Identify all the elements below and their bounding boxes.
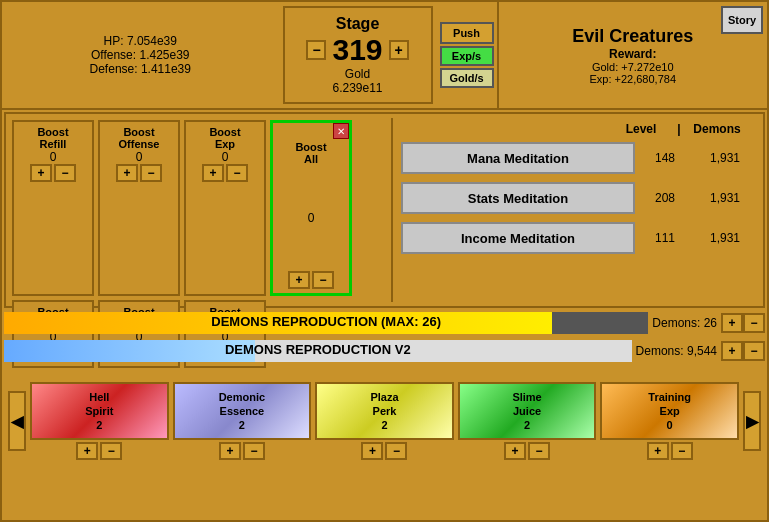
level-col-header: Level: [611, 122, 671, 136]
hell-spirit-card: HellSpirit2: [30, 382, 169, 440]
repro-1-plus[interactable]: +: [721, 313, 743, 333]
boost-refill-card: BoostRefill 0 + −: [12, 120, 94, 296]
reproduction-bar-1: DEMONS REPRODUCTION (MAX: 26) Demons: 26…: [4, 310, 765, 336]
boost-all-value: 0: [308, 211, 315, 225]
slime-juice-plus[interactable]: +: [504, 442, 526, 460]
stats-block: HP: 7.054e39 Offense: 1.425e39 Defense: …: [2, 2, 279, 108]
demon-training-exp: TrainingExp0 + −: [600, 382, 739, 460]
repro-2-plus[interactable]: +: [721, 341, 743, 361]
boost-exp-minus[interactable]: −: [226, 164, 248, 182]
divider-col: |: [671, 122, 687, 136]
income-meditation-button[interactable]: Income Meditation: [401, 222, 635, 254]
slime-juice-card: SlimeJuice2: [458, 382, 597, 440]
training-exp-plus[interactable]: +: [647, 442, 669, 460]
boost-refill-value: 0: [50, 150, 57, 164]
plaza-perk-label: PlazaPerk2: [370, 390, 398, 433]
stats-meditation-demons: 1,931: [695, 191, 755, 205]
boost-all-label: BoostAll: [295, 141, 326, 165]
reward-title: Reward:: [609, 47, 656, 61]
meditation-panel: Level | Demons Mana Meditation 148 1,931…: [393, 114, 763, 306]
hell-spirit-label: HellSpirit2: [85, 390, 113, 433]
boost-exp-label: BoostExp: [209, 126, 240, 150]
income-meditation-demons: 1,931: [695, 231, 755, 245]
gold-s-button[interactable]: Gold/s: [440, 68, 494, 88]
exp-reward: Exp: +22,680,784: [589, 73, 676, 85]
boost-offense-label: BoostOffense: [119, 126, 160, 150]
gold-label: Gold: [345, 67, 370, 81]
plaza-perk-plus[interactable]: +: [361, 442, 383, 460]
boost-refill-plus[interactable]: +: [30, 164, 52, 182]
stage-number: 319: [332, 33, 382, 67]
hp-stat: HP: 7.054e39: [104, 34, 177, 48]
slime-juice-minus[interactable]: −: [528, 442, 550, 460]
hell-spirit-minus[interactable]: −: [100, 442, 122, 460]
hell-spirit-plus[interactable]: +: [76, 442, 98, 460]
demons-col-header: Demons: [687, 122, 747, 136]
demonic-essence-label: DemonicEssence2: [219, 390, 265, 433]
repro-1-minus[interactable]: −: [743, 313, 765, 333]
reproduction-bar-2: DEMONS REPRODUCTION V2 Demons: 9,544 + −: [4, 338, 765, 364]
stats-meditation-button[interactable]: Stats Meditation: [401, 182, 635, 214]
offense-stat: Offense: 1.425e39: [91, 48, 190, 62]
demonic-essence-card: DemonicEssence2: [173, 382, 312, 440]
boost-all-plus[interactable]: +: [288, 271, 310, 289]
demon-nav-left[interactable]: ◀: [8, 391, 26, 451]
demonic-essence-minus[interactable]: −: [243, 442, 265, 460]
demon-plaza-perk: PlazaPerk2 + −: [315, 382, 454, 460]
exp-button[interactable]: Exp/s: [440, 46, 494, 66]
boost-refill-minus[interactable]: −: [54, 164, 76, 182]
gold-reward: Gold: +7.272e10: [592, 61, 674, 73]
stage-plus-button[interactable]: +: [389, 40, 409, 60]
demon-cards-row: ◀ HellSpirit2 + − DemonicEssence2 + −: [4, 366, 765, 476]
boost-exp-value: 0: [222, 150, 229, 164]
boost-offense-minus[interactable]: −: [140, 164, 162, 182]
demonic-essence-plus[interactable]: +: [219, 442, 241, 460]
reproduction-1-label: DEMONS REPRODUCTION (MAX: 26): [4, 314, 648, 329]
push-button[interactable]: Push: [440, 22, 494, 44]
plaza-perk-minus[interactable]: −: [385, 442, 407, 460]
boost-all-card: ✕ BoostAll 0 + −: [270, 120, 352, 296]
demon-nav-right[interactable]: ▶: [743, 391, 761, 451]
plaza-perk-card: PlazaPerk2: [315, 382, 454, 440]
defense-stat: Defense: 1.411e39: [90, 62, 191, 76]
training-exp-card: TrainingExp0: [600, 382, 739, 440]
training-exp-minus[interactable]: −: [671, 442, 693, 460]
mana-meditation-demons: 1,931: [695, 151, 755, 165]
boost-all-minus[interactable]: −: [312, 271, 334, 289]
mana-meditation-button[interactable]: Mana Meditation: [401, 142, 635, 174]
training-exp-label: TrainingExp0: [648, 390, 691, 433]
boost-exp-card: BoostExp 0 + −: [184, 120, 266, 296]
mana-meditation-row: Mana Meditation 148 1,931: [401, 142, 755, 174]
boost-refill-label: BoostRefill: [37, 126, 68, 150]
stats-meditation-level: 208: [635, 191, 695, 205]
boost-offense-plus[interactable]: +: [116, 164, 138, 182]
mana-meditation-level: 148: [635, 151, 695, 165]
reproduction-2-label: DEMONS REPRODUCTION V2: [4, 342, 632, 357]
evil-creatures-title: Evil Creatures: [572, 26, 693, 47]
gold-value: 6.239e11: [332, 81, 382, 95]
income-meditation-level: 111: [635, 231, 695, 245]
income-meditation-row: Income Meditation 111 1,931: [401, 222, 755, 254]
stage-label: Stage: [336, 15, 380, 33]
slime-juice-label: SlimeJuice2: [512, 390, 541, 433]
boost-offense-value: 0: [136, 150, 143, 164]
stage-minus-button[interactable]: −: [306, 40, 326, 60]
reproduction-1-demons: Demons: 26: [652, 316, 717, 330]
demon-demonic-essence: DemonicEssence2 + −: [173, 382, 312, 460]
boost-exp-plus[interactable]: +: [202, 164, 224, 182]
story-button[interactable]: Story: [721, 6, 763, 34]
demon-hell-spirit: HellSpirit2 + −: [30, 382, 169, 460]
stats-meditation-row: Stats Meditation 208 1,931: [401, 182, 755, 214]
demon-slime-juice: SlimeJuice2 + −: [458, 382, 597, 460]
boost-all-close[interactable]: ✕: [333, 123, 349, 139]
repro-2-minus[interactable]: −: [743, 341, 765, 361]
boost-offense-card: BoostOffense 0 + −: [98, 120, 180, 296]
reproduction-2-demons: Demons: 9,544: [636, 344, 717, 358]
